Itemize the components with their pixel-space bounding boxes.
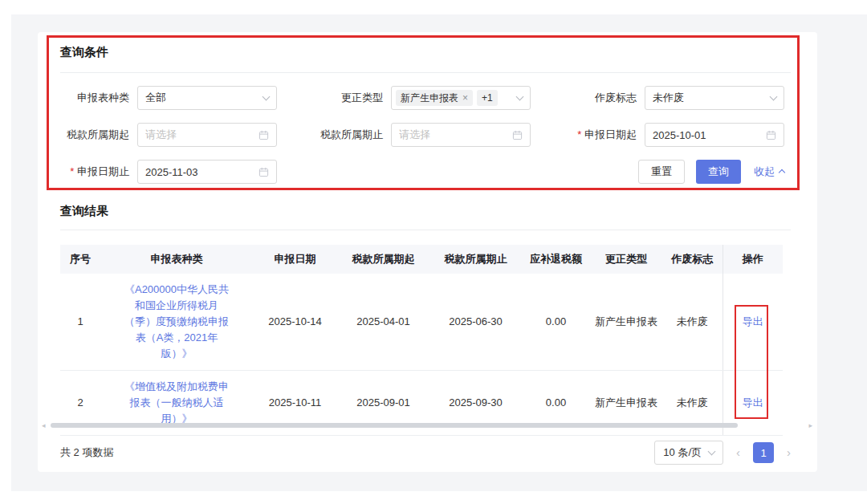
selected-tag: 新产生申报表× xyxy=(396,90,473,106)
more-tags-badge: +1 xyxy=(477,90,498,106)
chevron-down-icon xyxy=(516,93,524,101)
form-name-link[interactable]: 《A200000中华人民共和国企业所得税月（季）度预缴纳税申报表（A类，2021… xyxy=(120,282,233,362)
amount-cell: 0.00 xyxy=(522,274,590,371)
period-end-cell: 2025-06-30 xyxy=(429,274,522,371)
period-start-cell: 2025-04-01 xyxy=(337,274,429,371)
reset-button[interactable]: 重置 xyxy=(638,160,685,184)
col-action: 操作 xyxy=(722,245,783,274)
row-index: 1 xyxy=(60,274,100,371)
void-flag-cell: 未作废 xyxy=(662,274,722,371)
close-icon[interactable]: × xyxy=(462,92,468,104)
chevron-down-icon xyxy=(708,448,716,456)
form-type-value: 全部 xyxy=(145,91,263,105)
form-type-select[interactable]: 全部 xyxy=(137,86,277,110)
col-void-flag: 作废标志 xyxy=(662,245,722,274)
calendar-icon xyxy=(512,130,523,140)
chevron-up-icon xyxy=(779,169,785,176)
query-form: 申报表种类 全部 更正类型 新产生申报表× +1 作废标志 xyxy=(60,86,795,184)
section-divider xyxy=(60,72,791,73)
form-type-label: 申报表种类 xyxy=(60,91,129,105)
declare-end-label: 申报日期止 xyxy=(60,165,129,179)
void-flag-label: 作废标志 xyxy=(568,91,637,105)
col-period-end: 税款所属期止 xyxy=(429,245,522,274)
correction-type-cell: 新产生申报表 xyxy=(590,274,662,371)
export-link[interactable]: 导出 xyxy=(743,315,763,327)
scrollbar-thumb[interactable] xyxy=(51,423,738,428)
form-name-link[interactable]: 《增值税及附加税费申报表（一般纳税人适用）》 xyxy=(120,379,233,427)
col-period-start: 税款所属期起 xyxy=(337,245,429,274)
table-header-row: 序号 申报表种类 申报日期 税款所属期起 税款所属期止 应补退税额 更正类型 作… xyxy=(60,245,783,274)
results-section-title: 查询结果 xyxy=(60,204,108,219)
total-count-text: 共 2 项数据 xyxy=(60,445,113,460)
void-flag-select[interactable]: 未作废 xyxy=(645,86,784,110)
col-form-type: 申报表种类 xyxy=(100,245,253,274)
pagination: 10 条/页 ‹ 1 › xyxy=(654,441,791,465)
calendar-icon xyxy=(766,130,776,140)
calendar-icon xyxy=(258,130,269,140)
table-footer: 共 2 项数据 10 条/页 ‹ 1 › xyxy=(60,440,791,465)
page-number-button[interactable]: 1 xyxy=(753,442,774,463)
chevron-down-icon xyxy=(263,93,271,101)
period-end-label: 税款所属期止 xyxy=(314,128,383,142)
declare-start-value: 2025-10-01 xyxy=(653,129,766,141)
horizontal-scrollbar: ◂ ▸ xyxy=(42,421,812,430)
period-start-label: 税款所属期起 xyxy=(60,128,129,142)
main-panel: 查询条件 申报表种类 全部 更正类型 新产生申报表× +1 xyxy=(38,32,817,472)
period-start-placeholder: 请选择 xyxy=(145,128,258,142)
declare-date-cell: 2025-10-14 xyxy=(253,274,337,371)
col-amount: 应补退税额 xyxy=(522,245,590,274)
chevron-down-icon xyxy=(770,93,778,101)
section-divider xyxy=(60,230,791,230)
correction-type-select[interactable]: 新产生申报表× +1 xyxy=(391,86,531,110)
query-section-title: 查询条件 xyxy=(60,45,108,60)
page-size-value: 10 条/页 xyxy=(663,445,702,460)
col-index: 序号 xyxy=(60,245,100,274)
results-table: 序号 申报表种类 申报日期 税款所属期起 税款所属期止 应补退税额 更正类型 作… xyxy=(60,245,783,436)
scroll-left-icon[interactable]: ◂ xyxy=(42,421,46,430)
search-button[interactable]: 查询 xyxy=(696,160,741,184)
table-row: 1 《A200000中华人民共和国企业所得税月（季）度预缴纳税申报表（A类，20… xyxy=(60,274,783,371)
period-end-datepicker[interactable]: 请选择 xyxy=(391,123,531,147)
collapse-link[interactable]: 收起 xyxy=(754,165,784,179)
period-start-datepicker[interactable]: 请选择 xyxy=(137,123,277,147)
export-link[interactable]: 导出 xyxy=(743,396,763,408)
declare-start-datepicker[interactable]: 2025-10-01 xyxy=(645,123,784,147)
col-correction-type: 更正类型 xyxy=(590,245,662,274)
page-size-select[interactable]: 10 条/页 xyxy=(654,441,723,465)
declare-end-datepicker[interactable]: 2025-11-03 xyxy=(137,160,277,184)
declare-end-value: 2025-11-03 xyxy=(145,166,258,178)
chevron-left-icon[interactable]: ‹ xyxy=(736,442,740,463)
correction-type-label: 更正类型 xyxy=(314,91,383,105)
period-end-placeholder: 请选择 xyxy=(399,128,512,142)
col-declare-date: 申报日期 xyxy=(253,245,337,274)
calendar-icon xyxy=(258,167,269,177)
scroll-right-icon[interactable]: ▸ xyxy=(808,421,812,430)
void-flag-value: 未作废 xyxy=(653,91,771,105)
declare-start-label: 申报日期起 xyxy=(568,128,637,142)
chevron-right-icon[interactable]: › xyxy=(787,442,791,463)
